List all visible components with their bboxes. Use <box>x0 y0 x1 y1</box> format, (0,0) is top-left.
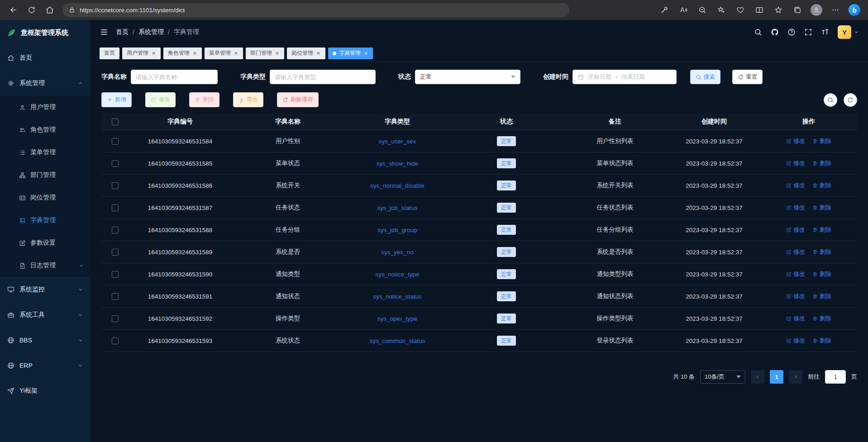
export-button[interactable]: 导出 <box>233 92 263 107</box>
sidebar-item-menu-mgmt[interactable]: 菜单管理 <box>0 141 91 164</box>
goto-page-input[interactable] <box>825 370 846 384</box>
sidebar-item-erp[interactable]: ERP <box>0 353 91 378</box>
user-menu[interactable]: Y <box>838 25 859 39</box>
search-icon[interactable] <box>754 28 762 36</box>
browser-menu-icon[interactable] <box>827 2 844 18</box>
sidebar-item-param-settings[interactable]: 参数设置 <box>0 232 91 254</box>
row-checkbox[interactable] <box>112 337 119 344</box>
row-checkbox[interactable] <box>112 182 119 189</box>
dict-type-link[interactable]: sys_notice_type <box>376 271 420 278</box>
row-delete-link[interactable]: 删除 <box>812 204 831 212</box>
row-edit-link[interactable]: 修改 <box>786 270 805 278</box>
dict-type-link[interactable]: sys_show_hide <box>377 160 418 167</box>
row-edit-link[interactable]: 修改 <box>786 159 805 167</box>
row-delete-link[interactable]: 删除 <box>812 137 831 145</box>
sidebar-item-system-mgmt[interactable]: 系统管理 <box>0 71 91 96</box>
sidebar-item-post-mgmt[interactable]: 岗位管理 <box>0 186 91 209</box>
row-edit-link[interactable]: 修改 <box>786 226 805 234</box>
close-icon[interactable] <box>275 51 280 56</box>
dict-type-link[interactable]: sys_job_group <box>377 227 417 233</box>
row-edit-link[interactable]: 修改 <box>786 337 805 345</box>
status-select[interactable]: 正常 <box>415 70 520 84</box>
close-icon[interactable] <box>151 51 156 56</box>
tab-home[interactable]: 首页 <box>100 48 119 59</box>
row-checkbox[interactable] <box>112 271 119 278</box>
add-button[interactable]: 新增 <box>101 92 132 107</box>
sidebar-toggle[interactable] <box>100 28 109 37</box>
sidebar-item-bbs[interactable]: BBS <box>0 328 91 353</box>
collections-icon[interactable] <box>789 2 806 18</box>
row-delete-link[interactable]: 删除 <box>812 292 831 300</box>
tab-dept-mgmt[interactable]: 部门管理 <box>246 48 284 59</box>
dict-type-link[interactable]: sys_normal_disable <box>370 182 424 189</box>
add-favorite-icon[interactable] <box>713 2 730 18</box>
close-icon[interactable] <box>363 51 368 56</box>
row-delete-link[interactable]: 删除 <box>812 314 831 323</box>
toggle-search-button[interactable] <box>824 93 837 107</box>
font-size-icon[interactable] <box>821 28 829 36</box>
search-button[interactable]: 搜索 <box>690 70 720 84</box>
dict-type-link[interactable]: sys_yes_no <box>381 249 413 256</box>
page-size-select[interactable]: 10条/页 <box>700 370 745 384</box>
browser-back-button[interactable] <box>5 2 22 18</box>
row-checkbox[interactable] <box>112 160 119 167</box>
row-edit-link[interactable]: 修改 <box>786 292 805 300</box>
close-icon[interactable] <box>316 51 321 56</box>
tab-role-mgmt[interactable]: 角色管理 <box>163 48 202 59</box>
row-delete-link[interactable]: 删除 <box>812 226 831 234</box>
select-all-checkbox[interactable] <box>112 119 119 125</box>
sidebar-item-dict-mgmt[interactable]: 字典管理 <box>0 209 91 232</box>
row-edit-link[interactable]: 修改 <box>786 204 805 212</box>
browser-refresh-button[interactable] <box>24 2 40 18</box>
tab-menu-mgmt[interactable]: 菜单管理 <box>205 48 243 59</box>
dict-type-link[interactable]: sys_oper_type <box>377 315 417 322</box>
dict-type-link[interactable]: sys_user_sex <box>379 138 416 145</box>
profile-avatar[interactable] <box>808 2 825 18</box>
close-icon[interactable] <box>234 51 238 56</box>
sidebar-item-role-mgmt[interactable]: 角色管理 <box>0 119 91 141</box>
row-edit-link[interactable]: 修改 <box>786 137 805 145</box>
row-edit-link[interactable]: 修改 <box>786 248 805 256</box>
refresh-cache-button[interactable]: 刷新缓存 <box>277 92 319 107</box>
refresh-table-button[interactable] <box>844 93 857 107</box>
dict-type-link[interactable]: sys_job_status <box>377 204 417 211</box>
tab-dict-mgmt[interactable]: 字典管理 <box>328 48 373 59</box>
row-delete-link[interactable]: 删除 <box>812 181 831 190</box>
sidebar-item-dept-mgmt[interactable]: 部门管理 <box>0 164 91 186</box>
github-icon[interactable] <box>771 28 779 36</box>
read-aloud-icon[interactable] <box>675 2 692 18</box>
breadcrumb-home[interactable]: 首页 <box>116 28 129 36</box>
bing-icon[interactable]: b <box>846 2 863 18</box>
browser-essentials-icon[interactable] <box>732 2 749 18</box>
sidebar-item-system-monitor[interactable]: 系统监控 <box>0 277 91 302</box>
password-key-icon[interactable] <box>656 2 672 18</box>
row-delete-link[interactable]: 删除 <box>812 270 831 278</box>
dict-type-link[interactable]: sys_common_status <box>369 337 425 344</box>
split-screen-icon[interactable] <box>751 2 768 18</box>
current-page-button[interactable]: 1 <box>770 370 783 384</box>
favorites-icon[interactable] <box>770 2 787 18</box>
sidebar-item-yi-framework[interactable]: Yi框架 <box>0 378 91 404</box>
address-bar[interactable]: https://ccnetcore.com:1101/system/dict <box>62 3 569 17</box>
row-checkbox[interactable] <box>112 315 119 322</box>
sidebar-item-home[interactable]: 首页 <box>0 45 91 71</box>
row-checkbox[interactable] <box>112 293 119 300</box>
sidebar-item-user-mgmt[interactable]: 用户管理 <box>0 96 91 119</box>
help-icon[interactable] <box>787 28 796 36</box>
edit-button[interactable]: 修改 <box>145 92 176 107</box>
fullscreen-icon[interactable] <box>804 28 812 36</box>
row-checkbox[interactable] <box>112 227 119 233</box>
prev-page-button[interactable] <box>751 370 764 384</box>
sidebar-item-system-tools[interactable]: 系统工具 <box>0 302 91 328</box>
dict-name-input[interactable] <box>131 70 218 84</box>
reset-button[interactable]: 重置 <box>732 70 763 84</box>
row-checkbox[interactable] <box>112 249 119 256</box>
close-icon[interactable] <box>192 51 197 56</box>
row-edit-link[interactable]: 修改 <box>786 314 805 323</box>
row-delete-link[interactable]: 删除 <box>812 248 831 256</box>
tab-post-mgmt[interactable]: 岗位管理 <box>287 48 325 59</box>
dict-type-link[interactable]: sys_notice_status <box>373 293 421 300</box>
row-checkbox[interactable] <box>112 138 119 145</box>
row-delete-link[interactable]: 删除 <box>812 159 831 167</box>
date-range-picker[interactable]: 开始日期 - 结束日期 <box>572 70 677 84</box>
